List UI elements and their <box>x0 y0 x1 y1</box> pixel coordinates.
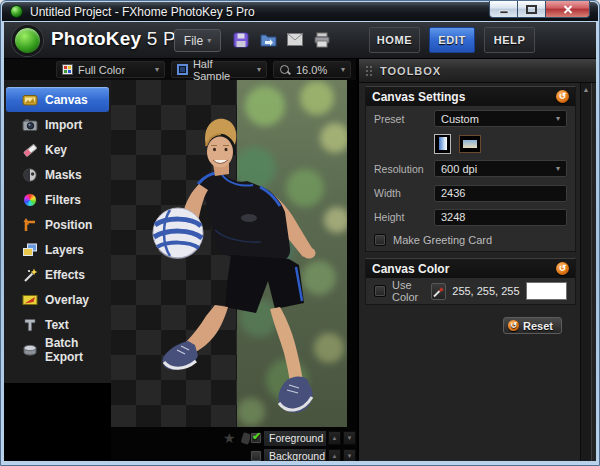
nav-edit-button[interactable]: EDIT <box>429 27 475 53</box>
portrait-orientation-button[interactable] <box>434 134 451 154</box>
layer-row-foreground[interactable]: ✔ Foreground ▲ ▼ <box>250 430 357 446</box>
scroll-up-icon[interactable]: ▲ <box>583 86 590 461</box>
canvas-settings-header: Canvas Settings ↺ <box>366 87 575 106</box>
sidebar-item-import[interactable]: Import <box>6 112 109 137</box>
sidebar-item-position[interactable]: Position <box>6 212 109 237</box>
sidebar-item-masks[interactable]: Masks <box>6 162 109 187</box>
file-menu-label: File <box>184 34 203 48</box>
minimize-button[interactable] <box>489 1 518 18</box>
sidebar-item-canvas[interactable]: Canvas <box>6 87 109 112</box>
greeting-card-checkbox[interactable] <box>374 234 386 246</box>
sidebar-item-text[interactable]: Text <box>6 312 109 337</box>
layer-label[interactable]: Foreground <box>264 431 326 446</box>
chevron-down-icon: ▾ <box>207 37 211 45</box>
orientation-buttons <box>434 134 481 154</box>
brand-title: PhotoKey 5 Pro <box>51 28 193 50</box>
sidebar-item-label: Text <box>45 318 69 332</box>
open-button[interactable] <box>259 31 277 48</box>
height-row: Height 3248 <box>366 205 575 229</box>
layer-up-button[interactable]: ▲ <box>328 449 341 461</box>
rgb-value: 255, 255, 255 <box>452 285 519 297</box>
photokey-logo-icon <box>12 25 43 56</box>
file-menu-button[interactable]: File ▾ <box>174 29 221 52</box>
sample-mode-dropdown[interactable]: Half Sample ▾ <box>171 61 267 78</box>
save-button[interactable] <box>232 31 250 48</box>
foreground-visibility-checkbox[interactable]: ✔ <box>250 432 262 444</box>
reset-button[interactable]: ↺ Reset <box>503 317 562 334</box>
sidebar-item-label: Canvas <box>45 93 88 107</box>
maximize-button[interactable] <box>518 1 545 18</box>
height-label: Height <box>374 211 434 223</box>
sidebar-item-filters[interactable]: Filters <box>6 187 109 212</box>
sample-mode-value: Half Sample <box>193 58 252 82</box>
landscape-orientation-button[interactable] <box>459 135 481 153</box>
color-swatch[interactable] <box>526 282 567 300</box>
layer-label[interactable]: Background <box>264 449 326 462</box>
sidebar-item-effects[interactable]: Effects <box>6 262 109 287</box>
close-button[interactable] <box>545 1 590 18</box>
width-row: Width 2436 <box>366 181 575 205</box>
sidebar-item-overlay[interactable]: Overlay <box>6 287 109 312</box>
email-icon <box>287 33 303 46</box>
sidebar-item-label: Position <box>45 218 92 232</box>
color-mode-dropdown[interactable]: Full Color ▾ <box>56 61 165 78</box>
sidebar-item-batch-export[interactable]: Batch Export <box>6 337 109 362</box>
main-nav: HOME EDIT HELP <box>369 27 535 53</box>
open-folder-icon <box>260 32 277 47</box>
section-reset-button[interactable]: ↺ <box>556 262 569 275</box>
width-input[interactable]: 2436 <box>434 185 567 202</box>
resolution-dropdown[interactable]: 600 dpi ▾ <box>434 160 567 177</box>
main-toolbar: PhotoKey 5 Pro File ▾ HOM <box>4 22 596 59</box>
effects-icon <box>21 266 38 283</box>
greeting-card-row: Make Greeting Card <box>366 229 575 251</box>
chevron-down-icon: ▾ <box>341 66 345 74</box>
email-button[interactable] <box>286 31 304 48</box>
app-content: PhotoKey 5 Pro File ▾ HOM <box>4 22 596 461</box>
print-icon <box>314 32 330 48</box>
orientation-row <box>366 131 575 156</box>
batch-export-icon <box>21 341 38 358</box>
resolution-row: Resolution 600 dpi ▾ <box>366 156 575 181</box>
chevron-down-icon: ▾ <box>257 66 261 74</box>
sidebar-item-label: Effects <box>45 268 85 282</box>
app-window: Untitled Project - FXhome PhotoKey 5 Pro… <box>0 0 600 466</box>
layers-icon <box>21 241 38 258</box>
preset-row: Preset Custom ▾ <box>366 106 575 131</box>
width-label: Width <box>374 187 434 199</box>
brand-bold: PhotoKey <box>51 28 141 49</box>
drag-handle-icon[interactable] <box>366 66 372 76</box>
foreground-person-photo <box>111 80 357 427</box>
section-reset-button[interactable]: ↺ <box>556 90 569 103</box>
sidebar-item-layers[interactable]: Layers <box>6 237 109 262</box>
chevron-down-icon: ▾ <box>556 165 560 173</box>
nav-help-button[interactable]: HELP <box>484 27 535 53</box>
eyedropper-icon <box>432 285 445 298</box>
use-color-checkbox[interactable] <box>374 285 386 297</box>
resolution-value: 600 dpi <box>441 163 477 175</box>
app-icon <box>10 5 23 18</box>
sidebar-item-label: Import <box>45 118 82 132</box>
sidebar-item-label: Key <box>45 143 67 157</box>
nav-home-button[interactable]: HOME <box>369 27 420 53</box>
background-visibility-checkbox[interactable] <box>250 450 262 461</box>
toolbox-scrollbar[interactable]: ▲ <box>580 83 592 461</box>
preset-label: Preset <box>374 113 434 125</box>
print-button[interactable] <box>313 31 331 48</box>
canvas-color-section: Canvas Color ↺ Use Color 255, 255, 255 <box>365 258 576 305</box>
zoom-level-dropdown[interactable]: 16.0% ▾ <box>273 61 351 78</box>
reset-label: Reset <box>523 320 553 332</box>
layer-row-background[interactable]: Background ▲ ▼ <box>250 448 357 461</box>
height-input[interactable]: 3248 <box>434 209 567 226</box>
eyedropper-button[interactable] <box>431 283 446 300</box>
sidebar-item-key[interactable]: Key <box>6 137 109 162</box>
layer-down-button[interactable]: ▼ <box>343 431 356 445</box>
preset-dropdown[interactable]: Custom ▾ <box>434 110 567 127</box>
toolbox-header[interactable]: TOOLBOX <box>359 59 596 83</box>
sidebar-item-label: Overlay <box>45 293 89 307</box>
sidebar-item-label: Filters <box>45 193 81 207</box>
zoom-level-value: 16.0% <box>296 64 327 76</box>
section-title: Canvas Settings <box>372 90 465 104</box>
layer-down-button[interactable]: ▼ <box>343 449 356 461</box>
preset-value: Custom <box>441 113 479 125</box>
layer-up-button[interactable]: ▲ <box>328 431 341 445</box>
